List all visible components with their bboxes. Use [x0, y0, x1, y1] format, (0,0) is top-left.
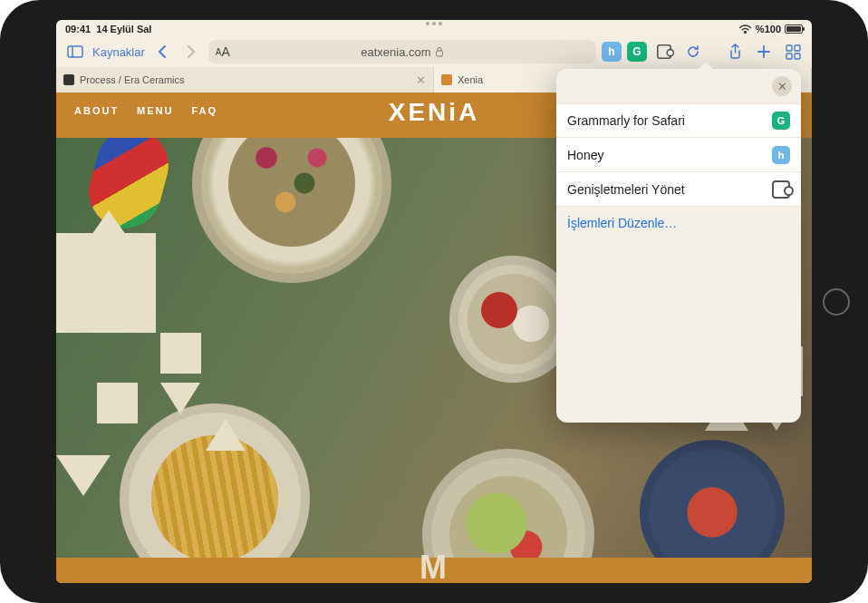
wifi-icon: [738, 24, 752, 34]
url-text: eatxenia.com: [361, 45, 430, 59]
grammarly-icon: G: [772, 112, 790, 130]
manage-extensions-row[interactable]: Genişletmeleri Yönet: [556, 172, 801, 207]
site-logo[interactable]: XENiA: [389, 98, 480, 127]
honey-icon: h: [772, 146, 790, 164]
tabs-overview-button[interactable]: [781, 40, 805, 63]
hero-heading: M: [420, 549, 448, 583]
honey-extension-icon[interactable]: h: [602, 42, 622, 62]
puzzle-icon: [772, 180, 790, 199]
battery-percent: %100: [756, 24, 781, 34]
lock-icon: [435, 46, 444, 57]
ipad-frame: 09:41 14 Eylül Sal %100 Kaynaklar: [0, 0, 868, 603]
nav-faq[interactable]: FAQ: [192, 105, 218, 116]
geo-decor: [160, 333, 201, 374]
geo-decor: [97, 383, 138, 423]
geo-decor: [56, 233, 156, 333]
screen: 09:41 14 Eylül Sal %100 Kaynaklar: [56, 20, 812, 583]
favicon-icon: [63, 74, 74, 85]
extension-row-honey[interactable]: Honey h: [556, 138, 801, 172]
sidebar-label[interactable]: Kaynaklar: [92, 45, 145, 59]
reload-button[interactable]: [681, 40, 705, 63]
geo-decor: [206, 419, 246, 451]
extensions-list: Grammarly for Safari G Honey h Genişletm…: [556, 103, 801, 207]
close-tab-button[interactable]: ✕: [416, 73, 426, 87]
svg-rect-5: [786, 53, 792, 59]
extension-label: Genişletmeleri Yönet: [567, 182, 685, 197]
new-tab-button[interactable]: [752, 40, 776, 63]
favicon-icon: [441, 74, 452, 85]
extensions-button[interactable]: [652, 40, 676, 63]
extension-label: Honey: [567, 148, 603, 162]
tab-era-ceramics[interactable]: Process / Era Ceramics ✕: [56, 67, 434, 92]
reader-aa-button[interactable]: AA: [216, 44, 230, 59]
multitask-handle-icon[interactable]: [426, 22, 442, 25]
extension-label: Grammarly for Safari: [567, 113, 685, 128]
grammarly-extension-icon[interactable]: G: [627, 42, 647, 62]
svg-rect-0: [68, 46, 82, 57]
battery-icon: [785, 24, 803, 34]
extension-row-grammarly[interactable]: Grammarly for Safari G: [556, 103, 801, 138]
status-date: 14 Eylül Sal: [96, 24, 151, 34]
extensions-popover: ✕ Grammarly for Safari G Honey h Genişle…: [556, 69, 801, 423]
site-nav: ABOUT MENU FAQ: [74, 105, 217, 116]
svg-rect-2: [436, 51, 442, 56]
food-plate: [192, 138, 391, 283]
svg-rect-6: [795, 53, 800, 59]
status-time: 09:41: [65, 24, 91, 34]
back-button[interactable]: [150, 40, 174, 63]
edit-actions-link[interactable]: İşlemleri Düzenle…: [556, 207, 801, 239]
address-bar[interactable]: AA eatxenia.com: [208, 40, 596, 63]
nav-about[interactable]: ABOUT: [74, 105, 119, 116]
food-plate: [640, 440, 785, 558]
home-button[interactable]: [823, 288, 850, 316]
tab-title: Xenia: [458, 74, 483, 85]
forward-button: [179, 40, 203, 63]
nav-menu[interactable]: MENU: [137, 105, 173, 116]
close-popover-button[interactable]: ✕: [772, 76, 792, 96]
geo-decor: [56, 455, 111, 496]
svg-rect-3: [786, 45, 792, 51]
status-right: %100: [738, 24, 803, 34]
status-left: 09:41 14 Eylül Sal: [65, 24, 151, 34]
sidebar-button[interactable]: [63, 40, 87, 63]
svg-rect-4: [795, 45, 800, 51]
tab-title: Process / Era Ceramics: [80, 74, 185, 85]
geo-decor: [83, 210, 134, 247]
food-plate: [422, 449, 594, 558]
geo-decor: [160, 383, 200, 414]
share-button[interactable]: [723, 40, 747, 63]
